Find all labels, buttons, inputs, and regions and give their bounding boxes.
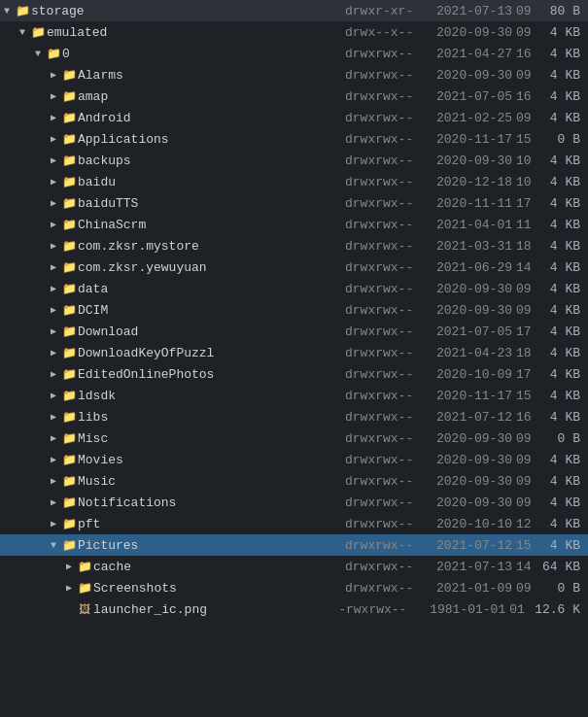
toggle-icon[interactable]: ▶ (47, 390, 60, 401)
tree-row[interactable]: ▶📁EditedOnlinePhotosdrwxrwx--2020-10-091… (0, 363, 588, 385)
tree-row[interactable]: ▶📁com.zksr.mystoredrwxrwx--2021-03-31184… (0, 235, 588, 256)
file-time: 09 (516, 474, 537, 489)
folder-icon: 📁 (60, 453, 78, 467)
file-date: 2021-06-29 (436, 260, 512, 275)
tree-row[interactable]: ▼📁emulateddrwx--x--2020-09-30094 KB (0, 21, 588, 43)
tree-row[interactable]: ▶📁com.zksr.yewuyuandrwxrwx--2021-06-2914… (0, 256, 588, 278)
toggle-icon[interactable]: ▶ (47, 325, 60, 337)
file-name: pft (78, 517, 337, 531)
file-time: 17 (516, 367, 537, 382)
toggle-icon[interactable]: ▶ (47, 304, 60, 316)
file-date: 2020-09-30 (436, 453, 512, 467)
toggle-icon[interactable]: ▼ (0, 6, 14, 17)
toggle-icon[interactable]: ▼ (47, 540, 60, 551)
toggle-icon[interactable]: ▶ (47, 261, 60, 273)
file-time: 15 (516, 389, 537, 403)
file-size: 4 KB (541, 111, 580, 125)
file-permissions: drwx--x-- (345, 25, 432, 40)
tree-row[interactable]: ▶📁Downloaddrwxrwx--2021-07-05174 KB (0, 321, 588, 342)
folder-icon: 📁 (60, 538, 78, 553)
tree-row[interactable]: ▶📁ChinaScrmdrwxrwx--2021-04-01114 KB (0, 214, 588, 235)
toggle-icon[interactable]: ▶ (47, 518, 60, 529)
tree-row[interactable]: ▼📁Picturesdrwxrwx--2021-07-12154 KB (0, 534, 588, 556)
tree-row[interactable]: ▶📁Notificationsdrwxrwx--2020-09-30094 KB (0, 492, 588, 513)
file-time: 14 (516, 260, 537, 275)
file-name: Download (78, 324, 337, 339)
folder-icon: 📁 (60, 410, 78, 425)
tree-row[interactable]: ▶📁Moviesdrwxrwx--2020-09-30094 KB (0, 449, 588, 470)
tree-row[interactable]: ▼📁storagedrwxr-xr-2021-07-130980 B (0, 0, 588, 21)
file-name: Screenshots (93, 581, 337, 596)
file-permissions: drwxrwx-- (345, 303, 432, 318)
toggle-icon[interactable]: ▶ (47, 411, 60, 423)
toggle-icon[interactable]: ▶ (47, 69, 60, 81)
file-size: 4 KB (541, 410, 580, 425)
toggle-icon[interactable]: ▶ (47, 368, 60, 380)
tree-row[interactable]: ▶📁DownloadKeyOfPuzzldrwxrwx--2021-04-231… (0, 342, 588, 363)
toggle-icon[interactable]: ▶ (47, 219, 60, 230)
file-name: Alarms (78, 68, 337, 83)
tree-row[interactable]: ▶📁Androiddrwxrwx--2021-02-25094 KB (0, 107, 588, 128)
toggle-icon[interactable]: ▶ (62, 582, 76, 594)
toggle-icon[interactable]: ▶ (47, 432, 60, 444)
tree-row[interactable]: ▶📁amapdrwxrwx--2021-07-05164 KB (0, 85, 588, 107)
file-size: 12.6 K (535, 602, 580, 617)
file-time: 15 (516, 132, 537, 147)
tree-row[interactable]: ▶📁Applicationsdrwxrwx--2020-11-17150 B (0, 128, 588, 150)
toggle-icon[interactable]: ▶ (47, 154, 60, 166)
file-size: 64 KB (541, 560, 580, 574)
tree-row[interactable]: ▶📁Alarmsdrwxrwx--2020-09-30094 KB (0, 64, 588, 85)
file-date: 2020-09-30 (436, 431, 512, 446)
toggle-icon[interactable]: ▼ (16, 27, 29, 38)
toggle-icon[interactable]: ▶ (47, 454, 60, 465)
toggle-icon[interactable]: ▶ (47, 112, 60, 123)
tree-row[interactable]: ▶📁Screenshotsdrwxrwx--2021-01-09090 B (0, 577, 588, 598)
toggle-icon[interactable]: ▶ (47, 240, 60, 252)
tree-row[interactable]: ▶📁Musicdrwxrwx--2020-09-30094 KB (0, 470, 588, 492)
toggle-icon[interactable]: ▶ (47, 475, 60, 487)
toggle-icon[interactable]: ▶ (47, 90, 60, 102)
toggle-icon[interactable]: ▶ (47, 496, 60, 508)
file-date: 2020-09-30 (436, 474, 512, 489)
tree-row[interactable]: ▶📁DCIMdrwxrwx--2020-09-30094 KB (0, 299, 588, 321)
file-size: 4 KB (541, 154, 580, 168)
toggle-icon[interactable]: ▶ (62, 561, 76, 572)
file-date: 2021-04-23 (436, 346, 512, 360)
file-size: 4 KB (541, 495, 580, 510)
tree-row[interactable]: ▶📁baidudrwxrwx--2020-12-18104 KB (0, 171, 588, 192)
file-date: 2020-09-30 (436, 25, 512, 40)
file-time: 09 (516, 68, 537, 83)
file-time: 10 (516, 175, 537, 189)
tree-row[interactable]: ▼📁0drwxrwx--2021-04-27164 KB (0, 43, 588, 64)
file-size: 0 B (541, 431, 580, 446)
file-size: 4 KB (541, 239, 580, 254)
toggle-icon[interactable]: ▼ (31, 49, 45, 59)
toggle-icon[interactable]: ▶ (47, 176, 60, 188)
toggle-icon[interactable]: ▶ (47, 197, 60, 209)
image-file-icon: 🖼 (76, 602, 93, 617)
tree-row[interactable]: ▶📁datadrwxrwx--2020-09-30094 KB (0, 278, 588, 299)
toggle-icon[interactable]: ▶ (47, 283, 60, 294)
tree-row[interactable]: ▶📁baiduTTSdrwxrwx--2020-11-11174 KB (0, 192, 588, 214)
file-permissions: drwxrwx-- (345, 68, 432, 83)
file-size: 0 B (541, 581, 580, 596)
toggle-icon[interactable]: ▶ (47, 133, 60, 145)
file-time: 16 (516, 47, 537, 61)
file-permissions: drwxrwx-- (345, 282, 432, 296)
tree-row[interactable]: ▶📁libsdrwxrwx--2021-07-12164 KB (0, 406, 588, 427)
tree-row[interactable]: ▶📁ldsdkdrwxrwx--2020-11-17154 KB (0, 385, 588, 406)
toggle-icon[interactable]: ▶ (47, 347, 60, 358)
file-name: Notifications (78, 495, 337, 510)
folder-icon: 📁 (60, 303, 78, 318)
tree-row[interactable]: ▶📁pftdrwxrwx--2020-10-10124 KB (0, 513, 588, 534)
folder-icon: 📁 (60, 89, 78, 104)
folder-icon: 📁 (60, 132, 78, 147)
tree-row[interactable]: ▶📁cachedrwxrwx--2021-07-131464 KB (0, 556, 588, 577)
file-time: 14 (516, 560, 537, 574)
tree-row[interactable]: 🖼launcher_ic.png-rwxrwx--1981-01-010112.… (0, 598, 588, 620)
tree-row[interactable]: ▶📁Miscdrwxrwx--2020-09-30090 B (0, 427, 588, 449)
file-date: 2021-04-27 (436, 47, 512, 61)
file-permissions: drwxr-xr- (345, 4, 432, 18)
tree-row[interactable]: ▶📁backupsdrwxrwx--2020-09-30104 KB (0, 150, 588, 171)
file-size: 4 KB (541, 303, 580, 318)
